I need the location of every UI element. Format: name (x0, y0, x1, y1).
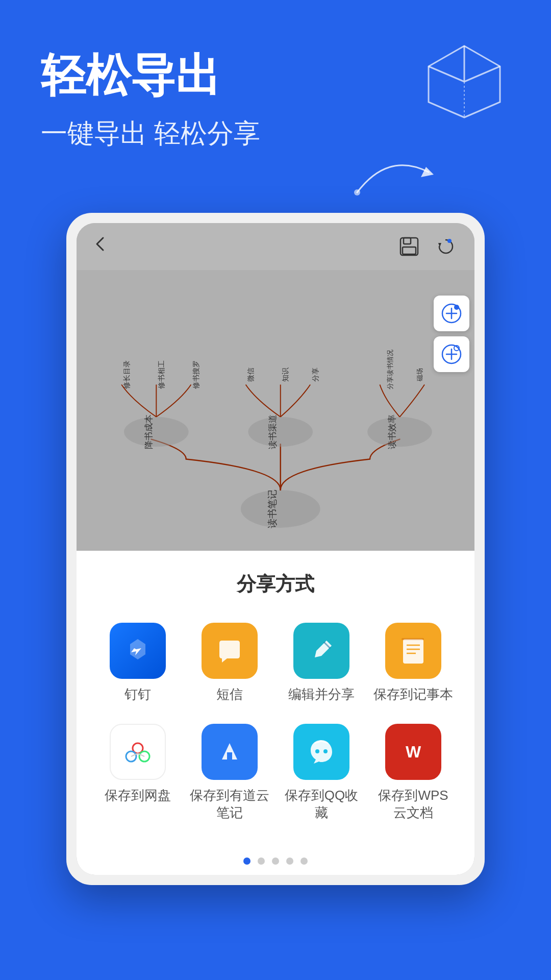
svg-point-9 (124, 417, 189, 447)
wps-icon: W (385, 724, 441, 780)
connect-node-button[interactable] (434, 336, 469, 372)
svg-rect-3 (404, 238, 411, 244)
svg-point-19 (367, 417, 432, 447)
sms-icon (202, 623, 258, 679)
dot-5[interactable] (300, 857, 308, 865)
right-panel (434, 296, 469, 372)
share-item-edit-share[interactable]: 编辑并分享 (281, 623, 362, 703)
svg-text:磁场: 磁场 (416, 368, 423, 382)
svg-rect-35 (402, 638, 424, 640)
svg-text:分享读书情况: 分享读书情况 (386, 350, 394, 389)
sms-label: 短信 (216, 686, 243, 703)
svg-text:降书成本: 降书成本 (144, 414, 154, 449)
svg-text:修书搜罗: 修书搜罗 (192, 360, 200, 389)
save-icon[interactable] (396, 233, 422, 260)
notes-icon (385, 623, 441, 679)
svg-text:修长目录: 修长目录 (123, 360, 131, 389)
add-node-button[interactable] (434, 296, 469, 331)
svg-rect-31 (403, 639, 423, 664)
cube-icon (418, 41, 510, 122)
header-section: 轻松导出 一键导出 轻松分享 (0, 0, 551, 172)
edit-share-label: 编辑并分享 (288, 686, 355, 703)
svg-text:读书笔记: 读书笔记 (266, 489, 278, 528)
share-sheet-title: 分享方式 (97, 571, 454, 597)
share-sheet: 分享方式 钉钉 (77, 551, 474, 847)
dot-2[interactable] (258, 857, 265, 865)
dot-4[interactable] (286, 857, 293, 865)
svg-point-14 (248, 417, 313, 447)
share-item-notes[interactable]: 保存到记事本 (372, 623, 454, 703)
svg-point-1 (354, 189, 360, 195)
netdisk-label: 保存到网盘 (105, 787, 171, 804)
svg-text:分享: 分享 (312, 368, 319, 382)
qq-icon (293, 724, 349, 780)
page-wrapper: 轻松导出 一键导出 轻松分享 (0, 0, 551, 980)
share-item-sms[interactable]: 短信 (189, 623, 270, 703)
svg-text:微信: 微信 (247, 368, 255, 382)
share-item-wps[interactable]: W 保存到WPS云文档 (372, 724, 454, 822)
wps-label: 保存到WPS云文档 (372, 787, 454, 822)
share-item-qq[interactable]: 保存到QQ收藏 (281, 724, 362, 822)
phone-mockup: 读书笔记 降书成本 修长目录 修书相工 修书搜罗 (66, 213, 485, 885)
dot-3[interactable] (272, 857, 279, 865)
qq-label: 保存到QQ收藏 (281, 787, 362, 822)
svg-point-26 (454, 305, 459, 310)
svg-point-7 (241, 490, 320, 528)
notes-label: 保存到记事本 (373, 686, 453, 703)
svg-point-41 (315, 749, 319, 753)
netdisk-icon (110, 724, 166, 780)
top-bar-icons (396, 233, 459, 260)
youdao-icon (202, 724, 258, 780)
share-item-netdisk[interactable]: 保存到网盘 (97, 724, 179, 822)
svg-text:读书效率: 读书效率 (387, 414, 397, 449)
mindmap-area: 读书笔记 降书成本 修长目录 修书相工 修书搜罗 (77, 270, 474, 551)
svg-point-6 (447, 239, 452, 243)
svg-rect-4 (403, 247, 416, 254)
share-item-youdao[interactable]: 保存到有道云笔记 (189, 724, 270, 822)
svg-text:知识: 知识 (282, 368, 289, 382)
svg-marker-0 (421, 167, 434, 177)
svg-text:修书相工: 修书相工 (158, 360, 165, 389)
svg-text:读书渠道: 读书渠道 (268, 414, 278, 449)
svg-text:W: W (406, 743, 421, 761)
arrow-curve (347, 141, 449, 203)
dot-1[interactable] (243, 857, 251, 865)
dingtalk-label: 钉钉 (124, 686, 151, 703)
phone-screen: 读书笔记 降书成本 修长目录 修书相工 修书搜罗 (77, 223, 474, 875)
svg-point-42 (323, 749, 328, 753)
dingtalk-icon (110, 623, 166, 679)
refresh-icon[interactable] (433, 233, 459, 260)
back-button[interactable] (92, 235, 110, 258)
page-dots (77, 847, 474, 875)
share-item-dingtalk[interactable]: 钉钉 (97, 623, 179, 703)
share-grid: 钉钉 短信 (97, 623, 454, 821)
youdao-label: 保存到有道云笔记 (189, 787, 270, 822)
edit-share-icon (293, 623, 349, 679)
phone-top-bar (77, 223, 474, 270)
